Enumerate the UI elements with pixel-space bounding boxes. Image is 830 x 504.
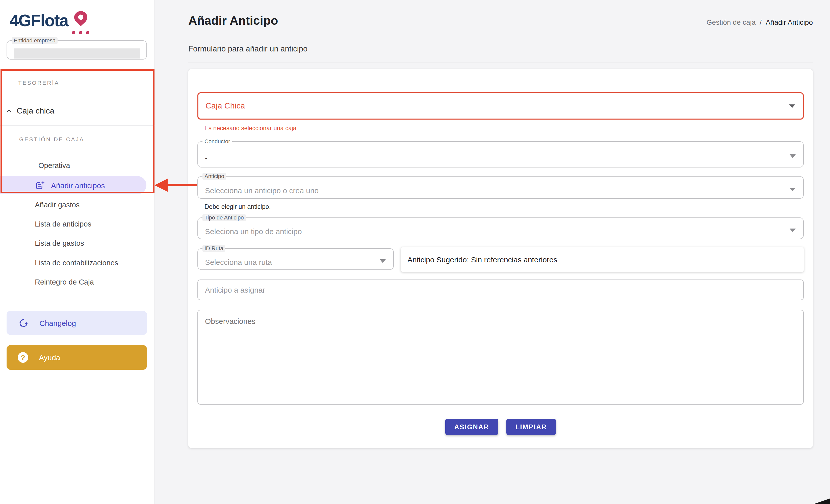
anticipo-sugerido-card: Anticipo Sugerido: Sin referencias anter… — [401, 247, 804, 272]
changelog-label: Changelog — [39, 318, 76, 327]
sidebar-divider — [0, 125, 155, 126]
sidebar-item-anadir-gastos[interactable]: Añadir gastos — [35, 198, 79, 212]
caja-error-text: Es necesario seleccionar una caja — [204, 125, 296, 132]
anticipo-sugerido-text: Anticipo Sugerido: Sin referencias anter… — [408, 255, 557, 264]
tipo-anticipo-select[interactable]: Tipo de Anticipo Seleciona un tipo de an… — [197, 214, 804, 239]
caja-select[interactable]: Caja Chica — [197, 92, 804, 120]
location-pin-icon — [69, 8, 92, 37]
page-subtitle: Formulario para añadir un anticipo — [188, 44, 308, 54]
sidebar-item-reintegro-de-caja[interactable]: Reintegro de Caja — [35, 275, 94, 289]
limpiar-button[interactable]: LIMPIAR — [506, 419, 556, 435]
brand-name: 4GFlota — [9, 11, 68, 30]
anticipo-select[interactable]: Anticipo Selecciona un anticipo o crea u… — [197, 173, 804, 199]
entity-label: Entidad empresa — [13, 37, 56, 43]
sidebar-item-label: Lista de contabilizaciones — [35, 259, 118, 267]
help-label: Ayuda — [39, 353, 60, 362]
anticipo-label: Anticipo — [204, 173, 224, 179]
entity-company-field[interactable]: Entidad empresa — [6, 37, 147, 60]
form-actions: ASIGNAR LIMPIAR — [188, 419, 813, 435]
conductor-value: - — [205, 148, 783, 167]
conductor-label: Conductor — [204, 138, 230, 144]
sidebar-divider — [0, 301, 155, 301]
sidebar-item-label: Operativa — [38, 162, 70, 169]
page-title: Añadir Anticipo — [188, 13, 278, 28]
header-divider — [188, 63, 813, 63]
id-ruta-placeholder: Selecciona una ruta — [205, 255, 373, 269]
form-card: Caja Chica Es necesario seleccionar una … — [188, 69, 813, 448]
nav-section-tesoreria: TESORERÍA — [18, 80, 59, 86]
sidebar-item-label: Reintegro de Caja — [35, 278, 94, 286]
changelog-button[interactable]: Changelog — [6, 311, 147, 335]
chevron-up-icon — [5, 107, 12, 114]
annotation-arrow-head — [155, 178, 168, 192]
sidebar-item-lista-de-gastos[interactable]: Lista de gastos — [35, 236, 84, 250]
chevron-down-icon — [790, 155, 796, 158]
anticipo-placeholder: Selecciona un anticipo o crea uno — [205, 182, 783, 198]
brand-logo: 4GFlota — [9, 11, 68, 34]
entity-value — [14, 48, 140, 59]
post-add-icon — [35, 180, 45, 190]
tipo-anticipo-label: Tipo de Anticipo — [204, 214, 244, 221]
help-button[interactable]: ? Ayuda — [6, 345, 147, 370]
asignar-button[interactable]: ASIGNAR — [445, 419, 498, 435]
breadcrumb-current: Añadir Anticipo — [766, 18, 813, 26]
caja-select-value: Caja Chica — [205, 101, 245, 110]
chevron-down-icon — [380, 259, 386, 263]
sidebar-item-lista-de-anticipos[interactable]: Lista de anticipos — [35, 217, 91, 231]
tipo-anticipo-placeholder: Seleciona un tipo de anticipo — [205, 224, 783, 239]
chevron-down-icon — [790, 188, 796, 191]
app-root: 4GFlota Entidad empresa TESORERÍA Caja c… — [0, 0, 830, 504]
changelog-history-icon — [19, 318, 28, 328]
sidebar-item-label: Añadir gastos — [35, 201, 79, 209]
sidebar-item-label: Añadir anticipos — [51, 181, 105, 190]
nav-section-gestion-de-caja: GESTIÓN DE CAJA — [19, 136, 84, 142]
sidebar-item-lista-de-contabilizaciones[interactable]: Lista de contabilizaciones — [35, 256, 118, 270]
sidebar-item-label: Lista de anticipos — [35, 220, 91, 228]
anticipo-a-asignar-input[interactable] — [197, 279, 804, 300]
sidebar-item-label: Caja chica — [17, 106, 54, 115]
sidebar-item-caja-chica[interactable]: Caja chica — [0, 104, 155, 118]
breadcrumb: Gestión de caja / Añadir Anticipo — [707, 18, 813, 26]
sidebar: 4GFlota Entidad empresa TESORERÍA Caja c… — [0, 0, 155, 504]
id-ruta-select[interactable]: ID Ruta Selecciona una ruta — [197, 245, 394, 270]
chevron-down-icon — [789, 104, 795, 108]
sidebar-item-label: Lista de gastos — [35, 239, 84, 247]
breadcrumb-parent-link[interactable]: Gestión de caja — [707, 18, 756, 26]
mouse-cursor — [814, 499, 830, 504]
breadcrumb-separator: / — [760, 18, 762, 26]
sidebar-item-operativa[interactable]: Operativa — [38, 159, 70, 172]
sidebar-item-anadir-anticipos-active[interactable]: Añadir anticipos — [0, 176, 147, 194]
conductor-select[interactable]: Conductor - — [197, 138, 804, 168]
observaciones-textarea[interactable] — [197, 310, 804, 405]
question-mark-icon: ? — [18, 352, 28, 363]
anticipo-helper-text: Debe elegir un anticipo. — [204, 203, 271, 210]
chevron-down-icon — [790, 228, 796, 232]
id-ruta-label: ID Ruta — [204, 245, 223, 251]
